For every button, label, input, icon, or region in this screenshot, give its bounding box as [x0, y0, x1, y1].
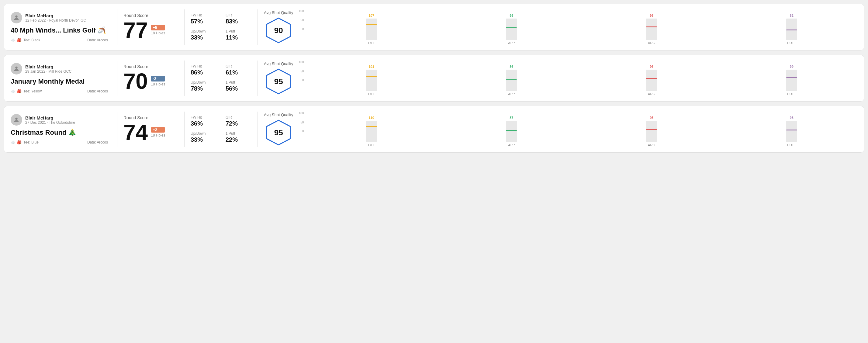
chart-col-arg: 95	[586, 116, 717, 142]
hexagon-wrap: Avg Shot Quality 95	[264, 61, 293, 95]
updown-label: Up/Down	[191, 131, 216, 136]
left-section: Blair McHarg 27 Dec 2021 · The Oxfordshi…	[11, 114, 114, 145]
stat-updown: Up/Down 33%	[191, 29, 216, 41]
bar-chart-wrap: 100 50 0 107 95	[299, 9, 857, 45]
chart-col-app: 87	[446, 116, 577, 142]
chart-quality-section: Avg Shot Quality 95 100 50 0	[261, 61, 857, 96]
y-label-50: 50	[300, 19, 304, 22]
stats-section: FW Hit 57% GIR 83% Up/Down 33% 1 Putt 11…	[188, 13, 254, 41]
gir-value: 61%	[225, 69, 251, 76]
bar-fill	[646, 130, 657, 142]
weather-icon: ☁️	[11, 89, 15, 93]
bar-bg	[646, 70, 657, 91]
y-labels: 100 50 0	[299, 9, 304, 31]
updown-value: 33%	[191, 34, 216, 41]
chart-value-ott: 107	[369, 14, 374, 17]
tee-label: Tee: Yellow	[23, 89, 42, 93]
chart-col-arg: 96	[586, 65, 717, 91]
fw-hit-label: FW Hit	[191, 13, 216, 17]
axis-label-app: APP	[446, 41, 577, 45]
round-card-3[interactable]: Blair McHarg 27 Dec 2021 · The Oxfordshi…	[4, 106, 864, 153]
y-label-0: 0	[302, 79, 304, 82]
axis-label-putt: PUTT	[726, 143, 857, 147]
divider-mid	[184, 9, 185, 45]
y-label-50: 50	[300, 70, 304, 73]
axis-labels-row: OTTAPPARGPUTT	[306, 41, 857, 45]
bar-line	[506, 80, 517, 80]
score-main: 77 +5 18 Holes	[123, 19, 178, 41]
bag-icon: 🎒	[17, 140, 22, 145]
bar-line	[786, 30, 797, 30]
score-section: Round Score 70 -2 18 Holes	[120, 64, 181, 92]
axis-label-ott: OTT	[306, 41, 437, 45]
bar-line	[366, 126, 377, 127]
updown-value: 78%	[191, 85, 216, 92]
data-source: Data: Arccos	[87, 89, 108, 93]
chart-value-app: 87	[509, 116, 513, 120]
axis-label-arg: ARG	[586, 92, 717, 96]
score-number: 74	[123, 121, 148, 143]
hexagon-wrap: Avg Shot Quality 95	[264, 113, 293, 146]
stat-gir: GIR 83%	[225, 13, 251, 25]
gir-label: GIR	[225, 13, 251, 17]
chart-value-ott: 110	[369, 116, 374, 120]
bar-bg	[646, 121, 657, 142]
bar-line	[366, 76, 377, 77]
round-card-1[interactable]: Blair McHarg 12 Feb 2022 · Royal North D…	[4, 4, 864, 51]
chart-value-app: 86	[509, 65, 513, 68]
axis-label-app: APP	[446, 92, 577, 96]
bar-line	[786, 129, 797, 130]
bar-chart-wrap: 100 50 0 101 86	[299, 61, 857, 96]
axis-label-ott: OTT	[306, 92, 437, 96]
divider-left	[117, 9, 117, 45]
svg-point-4	[15, 118, 17, 120]
divider-mid	[184, 112, 185, 147]
score-main: 74 +2 18 Holes	[123, 121, 178, 143]
chart-col-putt: 93	[726, 116, 857, 142]
player-name: Blair McHarg	[25, 115, 75, 120]
bar-chart: 101 86 96 99	[306, 61, 857, 91]
round-card-2[interactable]: Blair McHarg 29 Jan 2022 · Mill Ride GCC…	[4, 55, 864, 101]
avg-shot-quality-label: Avg Shot Quality	[264, 10, 293, 15]
bar-fill	[506, 131, 517, 142]
one-putt-value: 11%	[225, 34, 251, 41]
title-emoji: 🪃	[98, 27, 106, 34]
bar-chart-wrap: 100 50 0 110 87	[299, 112, 857, 147]
bar-bg	[506, 121, 517, 142]
gir-value: 83%	[225, 18, 251, 25]
bag-icon: 🎒	[17, 38, 22, 42]
score-number: 70	[123, 70, 148, 92]
player-date: 12 Feb 2022 · Royal North Devon GC	[25, 18, 86, 23]
bar-fill	[366, 25, 377, 40]
bar-chart: 107 95 98 82	[306, 9, 857, 40]
chart-col-app: 95	[446, 14, 577, 40]
player-row: Blair McHarg 12 Feb 2022 · Royal North D…	[11, 12, 108, 23]
axis-label-app: APP	[446, 143, 577, 147]
hex-score: 90	[274, 26, 283, 35]
bar-fill	[506, 28, 517, 40]
avg-shot-quality-label: Avg Shot Quality	[264, 61, 293, 66]
chart-value-app: 95	[509, 14, 513, 17]
gir-label: GIR	[225, 115, 251, 120]
person-icon	[13, 65, 20, 72]
player-row: Blair McHarg 29 Jan 2022 · Mill Ride GCC	[11, 63, 108, 74]
score-diff-badge: -2	[151, 76, 165, 82]
svg-point-2	[15, 67, 17, 69]
bar-line	[646, 27, 657, 27]
avatar	[11, 114, 22, 126]
tee-icons: ☁️ 🎒 Tee: Blue	[11, 140, 39, 145]
bar-bg	[646, 19, 657, 40]
bar-bg	[786, 121, 797, 142]
holes-label: 18 Holes	[151, 82, 165, 86]
bar-fill	[366, 127, 377, 142]
hexagon: 95	[265, 119, 292, 146]
bar-line	[506, 130, 517, 131]
chart-col-arg: 98	[586, 14, 717, 40]
score-diff-badge: +5	[151, 25, 165, 30]
bar-line	[646, 129, 657, 130]
chart-col-ott: 110	[306, 116, 437, 142]
divider-mid	[184, 61, 185, 96]
chart-value-arg: 98	[650, 14, 653, 17]
player-info: Blair McHarg 12 Feb 2022 · Royal North D…	[25, 13, 86, 23]
svg-point-0	[15, 15, 17, 18]
